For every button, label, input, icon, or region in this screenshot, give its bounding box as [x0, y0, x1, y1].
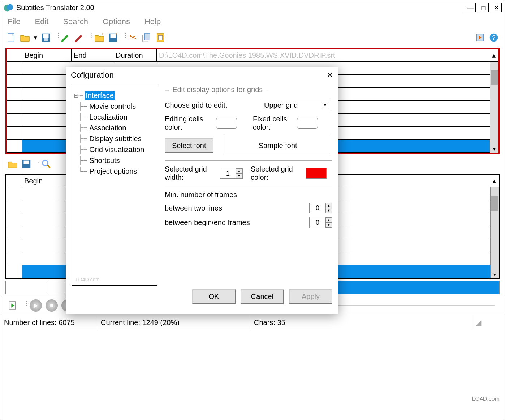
help-icon[interactable]: ? — [488, 32, 500, 43]
spinner-up-icon[interactable]: ▲ — [325, 203, 332, 208]
tree-item-association[interactable]: ├┈Association — [74, 124, 155, 132]
between-begin-end-spinner[interactable]: ▲▼ — [309, 217, 332, 228]
menu-file[interactable]: File — [8, 17, 20, 26]
selected-width-input[interactable] — [220, 168, 236, 178]
between-lines-input[interactable] — [310, 203, 325, 213]
save-icon[interactable] — [21, 158, 32, 170]
paste-plain-icon[interactable] — [155, 32, 166, 43]
scrollbar-thumb[interactable] — [491, 70, 498, 85]
tree-item-shortcuts[interactable]: ├┈Shortcuts — [74, 156, 155, 165]
column-end[interactable]: End — [72, 49, 113, 61]
window-title: Subtitles Translator 2.00 — [16, 4, 465, 12]
editing-cells-label: Editing cells color: — [165, 115, 212, 131]
toolbar: ▾ ⋮ ⋮ + + ⋮ ✂ ? — [0, 29, 505, 47]
cancel-button[interactable]: Cancel — [241, 289, 284, 304]
spinner-down-icon[interactable]: ▼ — [325, 208, 332, 213]
selected-width-label: Selected grid width: — [165, 165, 215, 182]
between-begin-end-label: between begin/end frames — [165, 218, 250, 227]
column-begin[interactable]: Begin — [22, 49, 72, 61]
status-bar: Number of lines: 6075 Current line: 1249… — [0, 315, 505, 330]
spinner-down-icon[interactable]: ▼ — [325, 222, 332, 228]
group-label: – Edit display options for grids — [165, 86, 332, 94]
copy-icon[interactable] — [141, 32, 152, 43]
spinner-up-icon[interactable]: ▲ — [236, 168, 242, 173]
edit-number-field[interactable] — [5, 281, 48, 294]
column-duration[interactable]: Duration — [113, 49, 157, 61]
stop-button[interactable]: ■ — [46, 299, 58, 312]
column-file[interactable]: D:\LO4D.com\The.Goonies.1985.WS.XVID.DVD… — [157, 49, 490, 61]
column-number[interactable] — [7, 49, 22, 61]
pencil-green-icon[interactable] — [60, 32, 72, 43]
tree-item-grid-visualization[interactable]: ├┈Grid visualization — [74, 145, 155, 154]
play-button[interactable]: ▶ — [30, 299, 42, 312]
dialog-close-button[interactable]: ✕ — [327, 70, 333, 80]
minimize-button[interactable]: — — [465, 3, 476, 12]
scrollbar-thumb[interactable] — [491, 196, 498, 211]
save-project-icon[interactable]: + — [107, 32, 119, 43]
dialog-buttons: OK Cancel Apply — [66, 289, 338, 309]
status-lines: Number of lines: 6075 — [0, 315, 97, 330]
choose-grid-select[interactable]: Upper grid ▼ — [261, 99, 332, 111]
toolbar-separator: ⋮ — [122, 32, 124, 43]
toolbar-separator: ⋮ — [89, 32, 90, 43]
close-button[interactable]: ✕ — [491, 3, 502, 12]
open-folder-icon[interactable] — [19, 32, 31, 43]
status-chars: Chars: 35 — [250, 315, 472, 330]
svg-rect-5 — [43, 34, 49, 38]
tree-item-display-subtitles[interactable]: ├┈Display subtitles — [74, 134, 155, 143]
tree-item-localization[interactable]: ├┈Localization — [74, 113, 155, 121]
maximize-button[interactable]: ◻ — [478, 3, 489, 12]
svg-text:+: + — [102, 32, 104, 36]
spinner-up-icon[interactable]: ▲ — [325, 217, 332, 222]
column-number[interactable] — [6, 175, 22, 187]
between-begin-end-input[interactable] — [310, 217, 325, 228]
selected-color-label: Selected grid color: — [251, 165, 301, 182]
select-font-button[interactable]: Select font — [165, 138, 213, 153]
options-icon[interactable] — [474, 32, 486, 43]
scroll-down-button[interactable]: ▾ — [491, 270, 499, 278]
scroll-down-button[interactable]: ▾ — [490, 145, 498, 153]
save-icon[interactable] — [40, 32, 52, 43]
tree-item-project-options[interactable]: └┈Project options — [74, 167, 155, 176]
svg-text:+: + — [115, 32, 118, 36]
editing-cells-color[interactable] — [216, 118, 237, 129]
dialog-title: Cofiguration — [71, 70, 114, 80]
pencil-red-icon[interactable] — [74, 32, 85, 43]
scroll-up-button[interactable]: ▴ — [490, 175, 499, 187]
fixed-cells-color[interactable] — [297, 118, 318, 129]
svg-line-21 — [47, 165, 50, 168]
play-file-icon[interactable] — [7, 300, 18, 311]
settings-tree: ⊟┈Interface ├┈Movie controls ├┈Localizat… — [72, 86, 157, 286]
dropdown-arrow-icon[interactable]: ▾ — [33, 32, 38, 43]
spinner-down-icon[interactable]: ▼ — [236, 173, 242, 178]
resize-grip[interactable]: ◢ — [472, 315, 505, 330]
svg-rect-19 — [24, 161, 29, 164]
app-icon — [3, 3, 13, 13]
between-lines-spinner[interactable]: ▲▼ — [309, 203, 332, 213]
menu-search[interactable]: Search — [63, 17, 88, 26]
selected-grid-color[interactable] — [306, 168, 327, 179]
menu-options[interactable]: Options — [103, 17, 130, 26]
tree-item-movie-controls[interactable]: ├┈Movie controls — [74, 102, 155, 111]
cut-icon[interactable]: ✂ — [127, 32, 139, 43]
position-slider[interactable] — [318, 305, 495, 306]
apply-button[interactable]: Apply — [289, 289, 332, 304]
svg-rect-12 — [144, 34, 150, 40]
menu-help[interactable]: Help — [144, 17, 161, 26]
upper-grid-scrollbar[interactable]: ▾ — [490, 62, 498, 153]
toolbar-separator: ⋮ — [36, 158, 37, 170]
scroll-up-button[interactable]: ▴ — [490, 49, 498, 61]
search-icon[interactable] — [40, 158, 52, 170]
selected-width-spinner[interactable]: ▲▼ — [220, 168, 243, 179]
open-project-icon[interactable]: + — [94, 32, 105, 43]
lower-grid-scrollbar[interactable]: ▾ — [490, 187, 499, 278]
ok-button[interactable]: OK — [192, 289, 236, 304]
svg-rect-6 — [44, 38, 48, 41]
menu-edit[interactable]: Edit — [35, 17, 48, 26]
dialog-watermark: LO4D.com — [75, 277, 100, 282]
toolbar-separator: ⋮ — [23, 300, 25, 311]
new-file-icon[interactable] — [5, 32, 17, 43]
window-buttons: — ◻ ✕ — [465, 3, 502, 12]
tree-item-interface[interactable]: ⊟┈Interface — [74, 91, 155, 100]
open-folder-icon[interactable] — [7, 158, 18, 170]
